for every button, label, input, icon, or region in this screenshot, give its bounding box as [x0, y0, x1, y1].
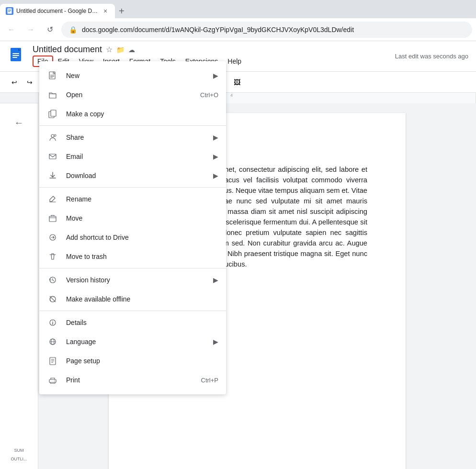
copy-icon: [47, 108, 58, 120]
page-setup-icon: [47, 355, 58, 367]
new-arrow: ▶: [213, 72, 218, 79]
forward-icon: →: [27, 25, 34, 34]
share-label: Share: [66, 134, 213, 141]
open-shortcut: Ctrl+O: [200, 91, 218, 99]
download-arrow: ▶: [213, 172, 218, 179]
sidebar-outline-label: OUTLI...: [11, 457, 27, 461]
lock-icon: 🔒: [69, 26, 77, 34]
svg-point-35: [54, 380, 55, 381]
reload-icon: ↺: [47, 25, 53, 34]
forward-button[interactable]: →: [23, 22, 38, 37]
tab-title: Untitled document - Google Doc...: [16, 8, 99, 14]
svg-point-15: [51, 134, 54, 137]
rename-icon: [47, 193, 58, 205]
svg-rect-14: [51, 110, 56, 116]
offline-icon: [47, 293, 58, 305]
version-history-arrow: ▶: [213, 276, 218, 284]
file-menu-rename[interactable]: Rename: [39, 190, 226, 209]
file-menu-make-copy[interactable]: Make a copy: [39, 104, 226, 123]
cloud-icon: ☁: [128, 46, 135, 54]
rename-label: Rename: [66, 195, 218, 203]
svg-rect-18: [49, 216, 56, 222]
svg-rect-17: [49, 154, 56, 159]
sidebar-back-icon: ←: [14, 117, 24, 128]
trash-icon: [47, 251, 58, 262]
folder-icon[interactable]: 📁: [116, 46, 125, 54]
file-menu-language[interactable]: Language ▶: [39, 332, 226, 351]
page-setup-label: Page setup: [66, 357, 218, 365]
sidebar-sum-label: SUM: [14, 448, 24, 453]
move-icon: [47, 212, 58, 224]
url-bar[interactable]: 🔒 docs.google.com/document/d/1wANQkil-Gz…: [61, 22, 472, 38]
file-menu-email[interactable]: Email ▶: [39, 147, 226, 166]
language-label: Language: [66, 338, 213, 346]
svg-rect-34: [49, 380, 56, 382]
svg-rect-6: [12, 53, 19, 54]
open-label: Open: [66, 91, 200, 99]
svg-rect-2: [8, 11, 11, 11]
add-shortcut-label: Add shortcut to Drive: [66, 234, 218, 241]
print-label: Print: [66, 376, 201, 384]
trash-label: Move to trash: [66, 253, 218, 260]
download-icon: [47, 170, 58, 181]
move-label: Move: [66, 214, 218, 222]
new-doc-icon: [47, 70, 58, 81]
history-icon: [47, 274, 58, 286]
ruler-side-left: [0, 93, 38, 103]
file-menu-section-1: New ▶ Open Ctrl+O Make a copy: [39, 64, 226, 126]
svg-rect-1: [8, 10, 11, 10]
file-menu-trash[interactable]: Move to trash: [39, 247, 226, 266]
language-arrow: ▶: [213, 338, 218, 346]
file-menu-details[interactable]: Details: [39, 313, 226, 332]
file-menu-section-3: Rename Move Add shortcut to Drive: [39, 188, 226, 268]
new-tab-button[interactable]: +: [115, 4, 128, 18]
reload-button[interactable]: ↺: [42, 22, 57, 37]
file-menu-open[interactable]: Open Ctrl+O: [39, 85, 226, 104]
language-icon: [47, 336, 58, 347]
version-history-label: Version history: [66, 276, 213, 284]
share-arrow: ▶: [213, 134, 218, 141]
offline-label: Make available offline: [66, 295, 218, 303]
image-button[interactable]: 🖼: [230, 76, 244, 89]
file-menu-section-4: Version history ▶ Make available offline: [39, 268, 226, 311]
file-menu-share[interactable]: Share ▶: [39, 128, 226, 147]
star-icon[interactable]: ☆: [106, 45, 113, 54]
shortcut-icon: [47, 232, 58, 243]
svg-rect-8: [12, 57, 17, 58]
file-menu-page-setup[interactable]: Page setup: [39, 351, 226, 370]
close-tab-button[interactable]: ×: [102, 7, 109, 15]
doc-title[interactable]: Untitled document: [33, 45, 102, 55]
ruler-mark-4: 4: [230, 93, 233, 98]
back-button[interactable]: ←: [4, 22, 19, 37]
browser-chrome: Untitled document - Google Doc... × + ← …: [0, 0, 476, 41]
url-text: docs.google.com/document/d/1wANQkil-GzgY…: [82, 26, 465, 34]
file-menu-section-2: Share ▶ Email ▶ Download ▶: [39, 126, 226, 188]
file-menu-print[interactable]: Print Ctrl+P: [39, 370, 226, 390]
sidebar: ← SUM OUTLI...: [0, 103, 38, 469]
file-menu-add-shortcut[interactable]: Add shortcut to Drive: [39, 228, 226, 247]
email-arrow: ▶: [213, 153, 218, 160]
download-label: Download: [66, 172, 213, 179]
share-icon: [47, 132, 58, 143]
details-icon: [47, 317, 58, 328]
print-icon: [47, 374, 58, 386]
tab-bar: Untitled document - Google Doc... × +: [0, 0, 476, 18]
file-menu-move[interactable]: Move: [39, 209, 226, 228]
file-menu-new[interactable]: New ▶: [39, 66, 226, 85]
menu-item-help[interactable]: Help: [223, 55, 246, 68]
undo-button[interactable]: ↩: [8, 76, 21, 89]
redo-button[interactable]: ↪: [23, 76, 36, 89]
file-menu-version-history[interactable]: Version history ▶: [39, 270, 226, 290]
email-label: Email: [66, 153, 213, 160]
tab-favicon: [6, 7, 13, 15]
svg-rect-7: [12, 55, 19, 56]
docs-logo: [8, 47, 27, 66]
details-label: Details: [66, 319, 218, 326]
open-icon: [47, 89, 58, 100]
file-menu-download[interactable]: Download ▶: [39, 166, 226, 185]
sidebar-back-button[interactable]: ←: [8, 111, 31, 134]
file-menu-offline[interactable]: Make available offline: [39, 290, 226, 309]
make-copy-label: Make a copy: [66, 110, 218, 118]
print-shortcut: Ctrl+P: [201, 377, 218, 384]
active-tab[interactable]: Untitled document - Google Doc... ×: [0, 4, 115, 18]
